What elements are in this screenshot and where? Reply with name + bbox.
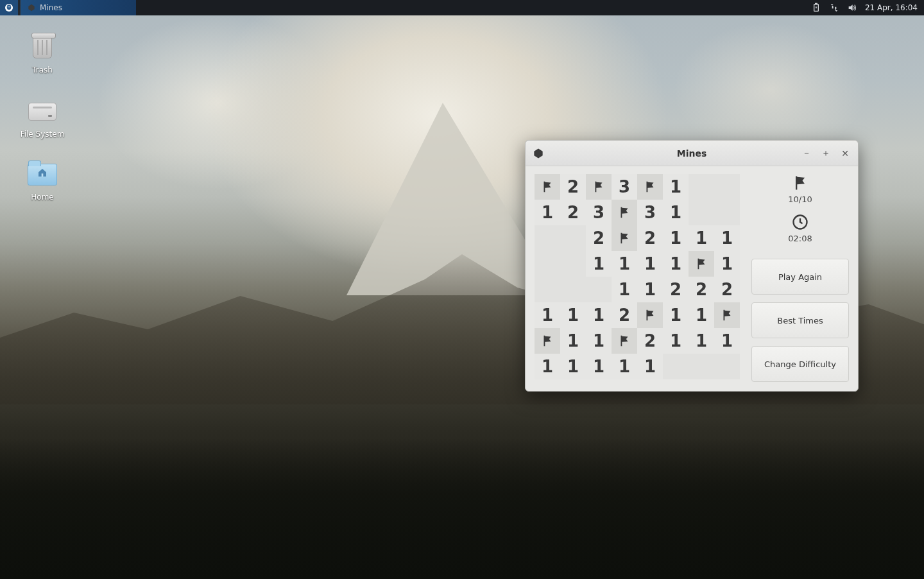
change-difficulty-button[interactable]: Change Difficulty [751,346,849,382]
mines-cell[interactable]: 2 [689,277,714,302]
mines-cell[interactable] [535,251,560,277]
mines-cell[interactable] [586,174,612,200]
mines-cell[interactable]: 2 [637,328,663,354]
drive-icon [27,96,58,127]
mines-cell[interactable]: 3 [612,174,637,200]
mines-cell[interactable]: 1 [714,251,740,277]
mines-cell[interactable]: 1 [714,225,740,251]
mines-cell[interactable]: 1 [663,200,689,225]
mines-cell[interactable]: 1 [560,354,586,379]
clock-icon [791,213,809,231]
mines-cell[interactable]: 1 [586,302,612,328]
mines-cell[interactable] [612,225,637,251]
desktop: Mines 21 Apr, 16:04 Trash File System Ho… [0,0,924,579]
mines-cell[interactable]: 2 [663,277,689,302]
mines-cell[interactable]: 2 [560,200,586,225]
mines-cell[interactable] [689,174,714,200]
svg-point-2 [8,6,9,8]
mines-cell[interactable] [637,302,663,328]
mines-cell[interactable]: 1 [535,302,560,328]
desktop-icon-trash[interactable]: Trash [12,32,73,74]
mines-cell[interactable] [535,328,560,354]
mines-cell[interactable]: 1 [535,354,560,379]
mines-cell[interactable]: 2 [612,302,637,328]
mines-cell[interactable] [560,251,586,277]
mines-cell[interactable]: 1 [560,328,586,354]
wallpaper-forest [0,438,924,579]
mines-cell[interactable] [535,174,560,200]
mines-cell[interactable] [714,302,740,328]
mines-cell[interactable] [612,328,637,354]
mines-cell[interactable]: 2 [714,277,740,302]
timer: 02:08 [788,213,812,243]
panel-clock[interactable]: 21 Apr, 16:04 [865,3,918,12]
mines-board[interactable]: 2311233122111111111122211121111211111111 [535,174,740,382]
mines-cell[interactable] [714,354,740,379]
mines-cell[interactable] [714,200,740,225]
start-menu-button[interactable] [0,0,18,15]
mines-cell[interactable]: 1 [663,328,689,354]
system-tray: 21 Apr, 16:04 [805,3,924,13]
mines-window: Mines － ＋ ✕ 2311233122111111111122211121… [525,140,859,392]
mines-cell[interactable]: 3 [586,200,612,225]
mines-cell[interactable]: 1 [637,251,663,277]
mines-sidebar: 10/10 02:08 Play Again Best Times Change… [751,174,849,382]
mines-cell[interactable]: 1 [612,277,637,302]
mines-cell[interactable]: 1 [689,302,714,328]
mines-cell[interactable] [689,251,714,277]
desktop-icon-label: Home [12,193,73,202]
mines-cell[interactable]: 1 [586,328,612,354]
mines-cell[interactable] [586,277,612,302]
svg-point-3 [10,6,11,8]
window-close-button[interactable]: ✕ [840,148,850,159]
taskbar-app-label: Mines [40,3,62,12]
mines-cell[interactable]: 1 [714,328,740,354]
desktop-icon-filesystem[interactable]: File System [12,96,73,139]
mines-cell[interactable] [612,200,637,225]
mines-cell[interactable]: 1 [586,251,612,277]
mines-cell[interactable]: 1 [560,302,586,328]
mines-cell[interactable] [637,174,663,200]
mines-cell[interactable]: 1 [612,354,637,379]
mines-cell[interactable]: 2 [637,225,663,251]
top-panel: Mines 21 Apr, 16:04 [0,0,924,15]
mines-cell[interactable] [535,277,560,302]
volume-icon[interactable] [847,3,857,13]
mines-taskbar-icon [27,3,36,12]
window-maximize-button[interactable]: ＋ [821,148,831,159]
mines-cell[interactable]: 2 [560,174,586,200]
mines-cell[interactable]: 1 [689,225,714,251]
window-minimize-button[interactable]: － [801,148,812,159]
flag-counter-value: 10/10 [788,194,812,204]
mines-cell[interactable] [560,277,586,302]
mines-cell[interactable]: 1 [663,302,689,328]
network-icon[interactable] [829,3,839,13]
folder-home-icon [27,159,58,190]
mines-cell[interactable]: 1 [535,200,560,225]
window-titlebar[interactable]: Mines － ＋ ✕ [526,141,858,166]
mines-cell[interactable]: 1 [663,251,689,277]
taskbar-app-mines[interactable]: Mines [21,0,136,15]
mines-cell[interactable]: 1 [586,354,612,379]
mines-cell[interactable]: 1 [637,354,663,379]
mines-cell[interactable] [714,174,740,200]
desktop-icon-home[interactable]: Home [12,159,73,202]
mines-cell[interactable] [560,225,586,251]
xfce-logo-icon [4,3,14,13]
play-again-button[interactable]: Play Again [751,259,849,295]
mines-cell[interactable]: 1 [689,328,714,354]
mines-cell[interactable]: 1 [637,277,663,302]
mines-cell[interactable]: 3 [637,200,663,225]
mines-cell[interactable] [663,354,689,379]
battery-icon[interactable] [811,3,821,13]
mines-cell[interactable] [689,200,714,225]
mines-cell[interactable]: 1 [612,251,637,277]
svg-point-1 [7,4,12,10]
best-times-button[interactable]: Best Times [751,302,849,338]
mines-cell[interactable]: 2 [586,225,612,251]
desktop-icon-label: File System [12,130,73,139]
mines-cell[interactable]: 1 [663,225,689,251]
mines-cell[interactable] [535,225,560,251]
mines-cell[interactable] [689,354,714,379]
mines-cell[interactable]: 1 [663,174,689,200]
